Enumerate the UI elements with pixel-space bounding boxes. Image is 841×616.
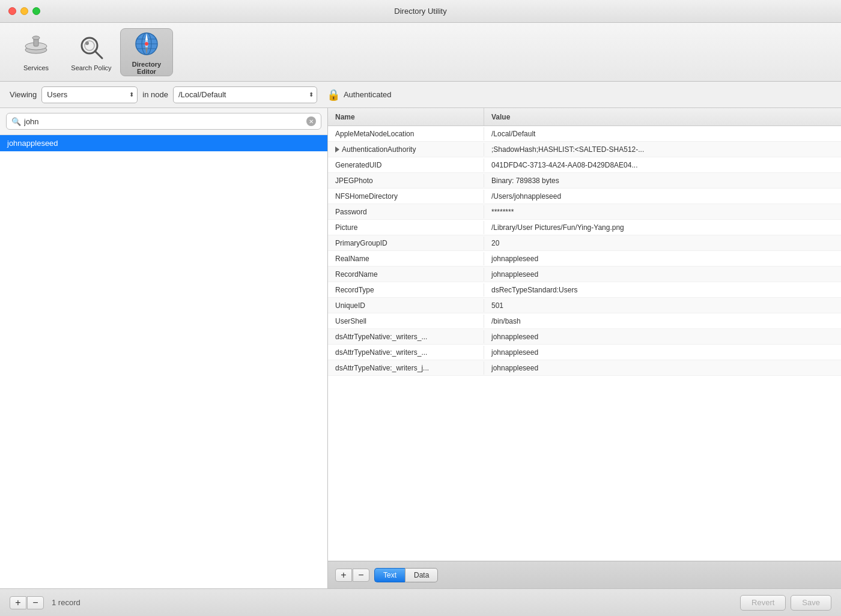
directory-editor-label: Directory Editor [123,61,170,75]
directory-editor-button[interactable]: Directory Editor [120,28,173,76]
cell-value: 501 [484,299,841,312]
data-button[interactable]: Data [405,568,438,582]
cell-name: RecordName [328,268,484,281]
right-add-button[interactable]: + [335,569,352,582]
maximize-button[interactable] [32,7,40,15]
text-data-buttons: Text Data [374,568,438,582]
toolbar: Services Search Policy [0,23,841,82]
title-bar: Directory Utility [0,0,841,23]
cell-value: ;ShadowHash;HASHLIST:<SALTED-SHA512-... [484,143,841,156]
cell-name: AppleMetaNodeLocation [328,127,484,140]
directory-editor-icon [132,29,161,58]
viewing-label: Viewing [10,90,37,99]
cell-value: johnappleseed [484,361,841,375]
cell-name: dsAttrTypeNative:_writers_... [328,346,484,359]
search-policy-icon [77,33,106,62]
cell-value: johnappleseed [484,346,841,359]
cell-name: Picture [328,221,484,234]
in-node-label: in node [142,90,168,99]
table-row[interactable]: Picture/Library/User Pictures/Fun/Ying-Y… [328,220,841,235]
add-remove-buttons: + − [10,596,44,609]
table-row[interactable]: dsAttrTypeNative:_writers_...johnapplese… [328,329,841,345]
cell-value: /bin/bash [484,315,841,328]
lock-icon[interactable]: 🔒 [327,88,340,101]
cell-value: /Local/Default [484,127,841,140]
search-input[interactable] [24,117,306,126]
search-icon: 🔍 [11,117,21,126]
app-bottom-bar: + − 1 record Revert Save [0,588,841,616]
cell-name: NFSHomeDirectory [328,190,484,203]
cell-name: UserShell [328,315,484,328]
cell-value: johnappleseed [484,330,841,343]
cell-name: GeneratedUID [328,159,484,172]
cell-name: UniqueID [328,299,484,312]
table-row[interactable]: dsAttrTypeNative:_writers_j...johnapples… [328,360,841,376]
remove-button[interactable]: − [27,596,44,609]
col-value-header: Value [484,108,841,125]
table-row[interactable]: AuthenticationAuthority;ShadowHash;HASHL… [328,142,841,157]
right-remove-button[interactable]: − [353,569,369,582]
user-list: johnappleseed [0,135,327,588]
table-row[interactable]: PrimaryGroupID20 [328,235,841,251]
lock-wrapper: 🔒 Authenticated [327,88,392,101]
close-button[interactable] [8,7,16,15]
left-panel: 🔍 ✕ johnappleseed [0,108,328,588]
services-button[interactable]: Services [10,28,62,76]
viewing-select[interactable]: Users Groups Computers [41,86,138,103]
table-row[interactable]: AppleMetaNodeLocation/Local/Default [328,126,841,142]
search-clear-button[interactable]: ✕ [306,116,316,126]
authenticated-label: Authenticated [344,90,392,99]
text-button[interactable]: Text [374,568,405,582]
node-select-wrapper: /Local/Default ⬍ [173,86,317,103]
search-input-wrapper: 🔍 ✕ [6,113,321,130]
cell-value: ******** [484,205,841,219]
table-row[interactable]: UserShell/bin/bash [328,313,841,329]
svg-point-7 [85,41,89,45]
cell-name: JPEGPhoto [328,174,484,187]
table-row[interactable]: dsAttrTypeNative:_writers_...johnapplese… [328,345,841,360]
table-row[interactable]: RecordNamejohnappleseed [328,267,841,282]
cell-value: dsRecTypeStandard:Users [484,283,841,297]
node-select[interactable]: /Local/Default [173,86,317,103]
expand-triangle-icon[interactable] [335,146,339,152]
right-bottom-bar: + − Text Data [328,561,841,588]
viewing-select-wrapper: Users Groups Computers ⬍ [41,86,138,103]
cell-value: johnappleseed [484,252,841,265]
save-button[interactable]: Save [791,595,831,611]
search-policy-button[interactable]: Search Policy [65,28,118,76]
table-row[interactable]: NFSHomeDirectory/Users/johnappleseed [328,189,841,204]
cell-value: /Users/johnappleseed [484,190,841,203]
table-body: AppleMetaNodeLocation/Local/DefaultAuthe… [328,126,841,561]
table-row[interactable]: GeneratedUID041DFD4C-3713-4A24-AA08-D429… [328,157,841,173]
table-row[interactable]: UniqueID501 [328,298,841,313]
table-row[interactable]: RealNamejohnappleseed [328,251,841,267]
search-bar: 🔍 ✕ [0,108,327,135]
table-row[interactable]: Password******** [328,204,841,220]
table-header: Name Value [328,108,841,126]
cell-name: RealName [328,252,484,265]
right-add-remove-buttons: + − [335,569,369,582]
main-content: 🔍 ✕ johnappleseed Name Value AppleMetaNo… [0,108,841,588]
cell-name: dsAttrTypeNative:_writers_j... [328,361,484,375]
cell-name: PrimaryGroupID [328,237,484,250]
cell-value: 20 [484,237,841,250]
table-row[interactable]: JPEGPhotoBinary: 789838 bytes [328,173,841,189]
bottom-right: Revert Save [740,595,831,611]
minimize-button[interactable] [20,7,28,15]
viewing-bar: Viewing Users Groups Computers ⬍ in node… [0,82,841,108]
cell-name: RecordType [328,283,484,297]
revert-button[interactable]: Revert [740,595,786,611]
cell-name: AuthenticationAuthority [328,143,484,156]
cell-name: Password [328,205,484,219]
search-policy-label: Search Policy [71,64,111,71]
svg-line-5 [95,51,102,58]
cell-value: 041DFD4C-3713-4A24-AA08-D429D8AE04... [484,159,841,172]
add-button[interactable]: + [10,596,26,609]
record-count: 1 record [52,598,80,607]
list-item[interactable]: johnappleseed [0,135,327,151]
table-row[interactable]: RecordTypedsRecTypeStandard:Users [328,282,841,298]
cell-value: Binary: 789838 bytes [484,174,841,187]
cell-value: /Library/User Pictures/Fun/Ying-Yang.png [484,221,841,234]
cell-value: johnappleseed [484,268,841,281]
svg-point-14 [145,42,148,46]
